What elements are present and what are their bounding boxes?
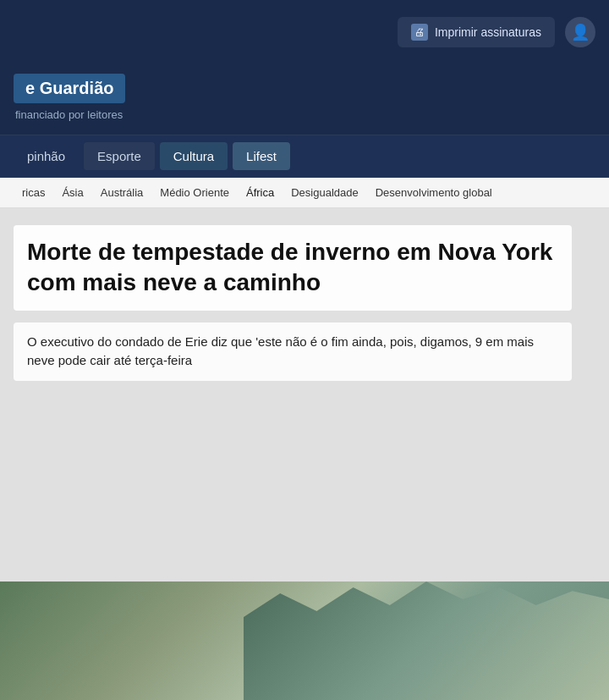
page-wrapper: 🖨 Imprimir assinaturas 👤 e Guardião fina…	[0, 0, 609, 700]
print-label: Imprimir assinaturas	[435, 25, 541, 39]
tagline: financiado por leitores	[14, 108, 595, 121]
nav-item-cultura[interactable]: Cultura	[160, 142, 228, 170]
print-button[interactable]: 🖨 Imprimir assinaturas	[398, 17, 555, 47]
nav-item-pinhao[interactable]: pinhão	[14, 142, 79, 170]
user-icon-glyph: 👤	[571, 23, 590, 41]
user-avatar-icon[interactable]: 👤	[565, 17, 595, 47]
print-icon: 🖨	[411, 24, 428, 41]
article-subtitle: O executivo do condado de Erie diz que '…	[27, 333, 558, 371]
article-section: Morte de tempestade de inverno em Nova Y…	[0, 208, 609, 700]
main-nav: pinhão Esporte Cultura Lifest	[0, 135, 609, 178]
article-title-box: Morte de tempestade de inverno em Nova Y…	[14, 225, 572, 311]
sub-nav-desigualdade[interactable]: Desigualdade	[283, 183, 367, 202]
nav-item-lifest[interactable]: Lifest	[233, 142, 290, 170]
article-subtitle-box: O executivo do condado de Erie diz que '…	[14, 322, 572, 381]
sub-nav-desenvolvimento[interactable]: Desenvolvimento global	[367, 183, 501, 202]
sub-nav-asia[interactable]: Ásia	[53, 183, 91, 202]
sub-nav-medio-oriente[interactable]: Médio Oriente	[151, 183, 238, 202]
article-image	[0, 581, 609, 700]
nav-item-esporte[interactable]: Esporte	[84, 142, 155, 170]
sub-nav-australia[interactable]: Austrália	[92, 183, 152, 202]
article-title: Morte de tempestade de inverno em Nova Y…	[27, 237, 558, 299]
brand-name[interactable]: e Guardião	[14, 74, 125, 103]
sub-nav: ricas Ásia Austrália Médio Oriente Áfric…	[0, 178, 609, 208]
branding-bar: e Guardião financiado por leitores	[0, 63, 609, 135]
image-trees-decoration	[244, 581, 609, 700]
sub-nav-ricas[interactable]: ricas	[14, 183, 53, 202]
sub-nav-africa[interactable]: África	[238, 183, 283, 202]
top-bar: 🖨 Imprimir assinaturas 👤	[0, 0, 609, 63]
